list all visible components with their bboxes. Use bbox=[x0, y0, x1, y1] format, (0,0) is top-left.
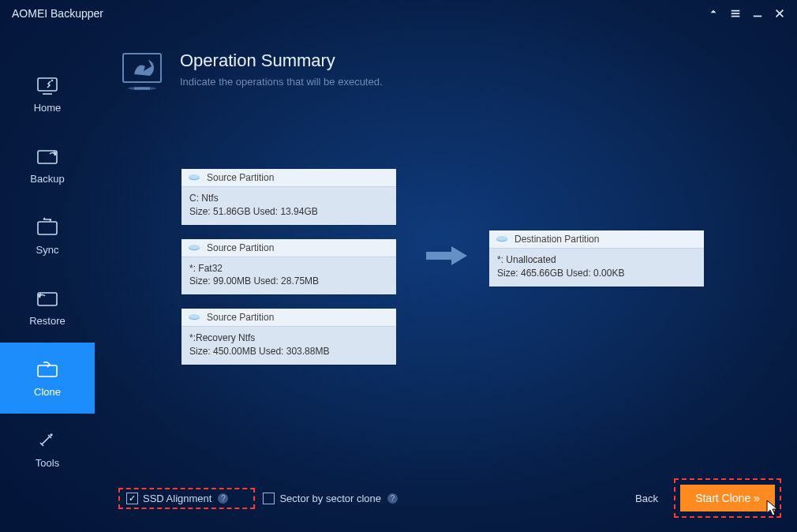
backup-icon bbox=[36, 146, 59, 167]
sidebar-item-sync[interactable]: Sync bbox=[0, 200, 95, 272]
partition-name: C: Ntfs bbox=[189, 192, 388, 205]
close-icon[interactable] bbox=[769, 2, 791, 24]
source-partition-card: Source Partition C: Ntfs Size: 51.86GB U… bbox=[181, 169, 396, 225]
clone-icon bbox=[36, 359, 59, 380]
disk-icon bbox=[188, 313, 200, 321]
page-title: Operation Summary bbox=[180, 51, 383, 71]
page-subtitle: Indicate the operations that will be exe… bbox=[180, 76, 383, 88]
start-clone-button[interactable]: Start Clone » bbox=[680, 485, 775, 511]
menu-icon[interactable] bbox=[724, 2, 746, 24]
svg-point-7 bbox=[128, 87, 156, 90]
sidebar-item-clone[interactable]: Clone bbox=[0, 343, 95, 414]
ssd-alignment-checkbox[interactable]: SSD Alignment ? bbox=[126, 493, 228, 504]
sidebar-item-restore[interactable]: Restore bbox=[0, 272, 95, 343]
sidebar-item-backup[interactable]: Backup bbox=[0, 129, 95, 200]
minimize-icon[interactable] bbox=[746, 2, 769, 24]
sidebar-item-tools[interactable]: Tools bbox=[0, 414, 95, 485]
page-header: Operation Summary Indicate the operation… bbox=[118, 51, 773, 90]
svg-rect-5 bbox=[38, 365, 57, 377]
card-title: Source Partition bbox=[207, 172, 274, 183]
card-title: Source Partition bbox=[207, 242, 274, 253]
source-partition-card: Source Partition *: Fat32 Size: 99.00MB … bbox=[181, 239, 396, 295]
sidebar-item-home[interactable]: Home bbox=[0, 58, 95, 129]
sidebar-item-label: Tools bbox=[36, 457, 59, 469]
clone-diagram: Source Partition C: Ntfs Size: 51.86GB U… bbox=[181, 169, 773, 365]
card-title: Destination Partition bbox=[514, 234, 599, 245]
main: Operation Summary Indicate the operation… bbox=[95, 27, 797, 532]
partition-size: Size: 450.00MB Used: 303.88MB bbox=[189, 345, 388, 358]
svg-point-13 bbox=[189, 314, 200, 319]
titlebar: AOMEI Backupper bbox=[0, 0, 797, 27]
svg-point-1 bbox=[51, 79, 53, 81]
card-title: Source Partition bbox=[207, 312, 274, 323]
disk-icon bbox=[496, 235, 508, 243]
checkbox-icon bbox=[126, 493, 138, 504]
sidebar-item-label: Clone bbox=[34, 386, 61, 398]
highlight-start: Start Clone » bbox=[674, 478, 781, 518]
highlight-ssd: SSD Alignment ? bbox=[118, 488, 255, 509]
partition-name: *: Fat32 bbox=[189, 262, 388, 275]
svg-point-9 bbox=[189, 174, 200, 179]
sidebar-item-label: Restore bbox=[29, 315, 65, 327]
svg-point-11 bbox=[189, 245, 200, 249]
svg-rect-0 bbox=[38, 78, 57, 91]
sidebar-item-label: Home bbox=[34, 102, 62, 114]
help-icon[interactable]: ? bbox=[387, 493, 398, 504]
svg-rect-3 bbox=[38, 222, 57, 234]
app-title: AOMEI Backupper bbox=[12, 7, 702, 20]
disk-icon bbox=[188, 174, 200, 182]
source-partition-card: Source Partition *:Recovery Ntfs Size: 4… bbox=[181, 309, 396, 365]
tools-icon bbox=[36, 430, 59, 451]
sidebar: Home Backup Sync Restore Clone Tools bbox=[0, 27, 95, 532]
sector-by-sector-checkbox[interactable]: Sector by sector clone ? bbox=[263, 493, 398, 504]
partition-name: *: Unallocated bbox=[497, 253, 696, 267]
home-icon bbox=[36, 75, 59, 96]
help-icon[interactable]: ? bbox=[218, 493, 228, 504]
arrow-icon bbox=[425, 245, 469, 270]
sidebar-item-label: Sync bbox=[36, 244, 59, 256]
summary-icon bbox=[118, 51, 166, 90]
footer-bar: SSD Alignment ? Sector by sector clone ?… bbox=[118, 478, 781, 518]
partition-size: Size: 51.86GB Used: 13.94GB bbox=[189, 205, 388, 219]
back-button[interactable]: Back bbox=[619, 493, 674, 504]
upgrade-icon[interactable] bbox=[702, 2, 724, 24]
checkbox-label: Sector by sector clone bbox=[279, 493, 381, 504]
disk-icon bbox=[188, 244, 200, 252]
sidebar-item-label: Backup bbox=[30, 173, 64, 185]
sync-icon bbox=[36, 217, 59, 238]
checkbox-icon bbox=[263, 493, 275, 504]
svg-point-15 bbox=[496, 236, 507, 241]
partition-size: Size: 465.66GB Used: 0.00KB bbox=[497, 267, 696, 280]
destination-partition-card: Destination Partition *: Unallocated Siz… bbox=[489, 230, 704, 287]
restore-icon bbox=[36, 288, 59, 309]
partition-size: Size: 99.00MB Used: 28.75MB bbox=[189, 275, 388, 288]
checkbox-label: SSD Alignment bbox=[143, 493, 211, 504]
partition-name: *:Recovery Ntfs bbox=[189, 332, 388, 345]
